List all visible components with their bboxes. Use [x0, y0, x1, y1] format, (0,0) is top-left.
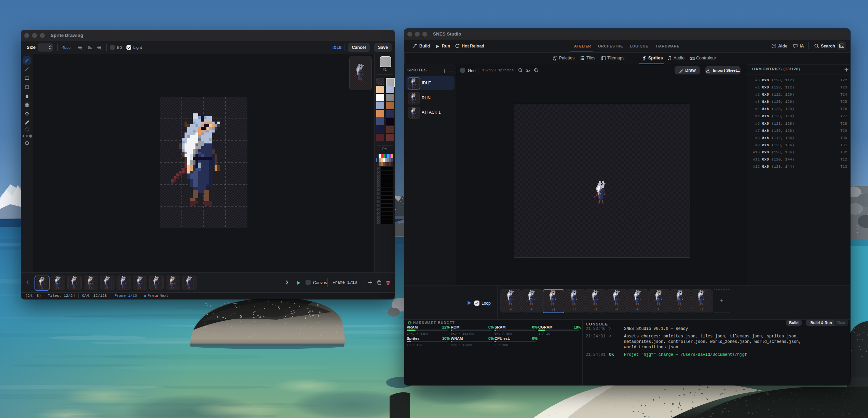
svg-text:?: ?: [773, 44, 775, 48]
